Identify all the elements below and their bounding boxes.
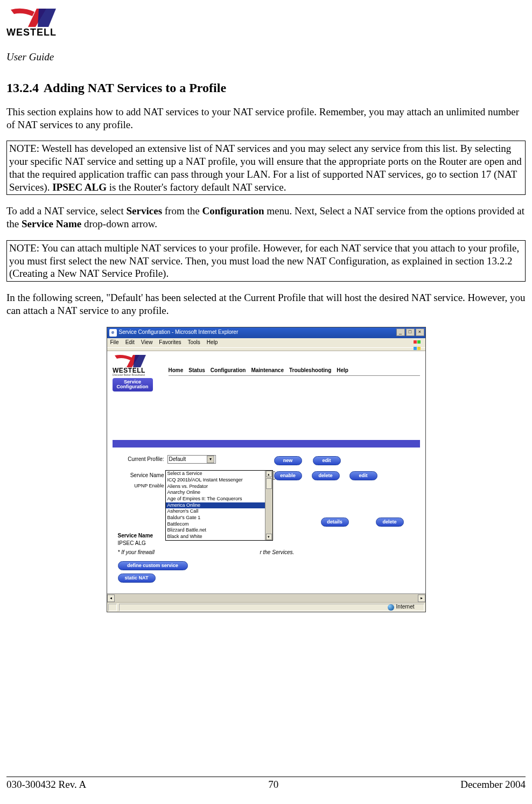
router-nav: Home Status Configuration Maintenance Tr… — [169, 367, 420, 376]
window-title: Service Configuration - Microsoft Intern… — [119, 329, 239, 336]
footer-pagenum: 70 — [268, 778, 278, 791]
browser-statusbar: Internet — [107, 602, 425, 612]
service-name-dropdown-list[interactable]: Select a Service ICQ 2001b/AOL Instant M… — [165, 470, 273, 541]
service-configuration-tab[interactable]: Service Configuration — [113, 378, 153, 392]
current-profile-select[interactable]: Default ▾ — [167, 455, 216, 464]
nav-status[interactable]: Status — [188, 367, 205, 374]
details-button[interactable]: details — [321, 518, 349, 527]
ie-icon: e — [109, 329, 117, 337]
page-footer: 030-300432 Rev. A 70 December 2004 — [6, 777, 526, 791]
note-box-1: NOTE: Westell has developed an extensive… — [6, 141, 526, 195]
delete-service-button[interactable]: delete — [312, 471, 340, 480]
scroll-up-icon[interactable]: ▴ — [266, 471, 272, 477]
svg-text:Discover Better Broadband: Discover Better Broadband — [113, 373, 145, 376]
instruction-paragraph: To add a NAT service, select Services fr… — [6, 205, 526, 230]
service-name-label: Service Name — [118, 472, 167, 479]
internet-zone-label: Internet — [396, 604, 415, 611]
doc-type-label: User Guide — [6, 51, 526, 64]
intro-paragraph: This section explains how to add NAT ser… — [6, 106, 526, 131]
heading-number: 13.2.4 — [6, 81, 39, 95]
ipsec-alg-row: IPSEC ALG — [118, 540, 415, 547]
window-titlebar: e Service Configuration - Microsoft Inte… — [107, 327, 425, 338]
westell-logo-small: WESTELL Discover Better Broadband — [113, 354, 161, 376]
menu-help[interactable]: Help — [207, 339, 218, 346]
upnp-enable-label: UPNP Enable — [118, 483, 167, 489]
nav-configuration[interactable]: Configuration — [211, 367, 246, 374]
list-item[interactable]: Select a Service — [166, 471, 272, 477]
scroll-thumb[interactable] — [266, 478, 272, 489]
nav-maintenance[interactable]: Maintenance — [251, 367, 284, 374]
list-item[interactable]: Anarchy Online — [166, 490, 272, 496]
minimize-button[interactable]: _ — [396, 328, 405, 336]
service-config-panel: new edit enable delete edit Current Prof… — [113, 440, 420, 591]
list-item[interactable]: Baldur's Gate 1 — [166, 515, 272, 521]
section-heading: 13.2.4 Adding NAT Services to a Profile — [6, 80, 526, 96]
list-item[interactable]: ICQ 2001b/AOL Instant Messenger — [166, 477, 272, 484]
menu-file[interactable]: File — [110, 339, 119, 346]
list-item-selected[interactable]: America Online — [166, 502, 272, 509]
new-button[interactable]: new — [274, 456, 302, 465]
nav-home[interactable]: Home — [169, 367, 184, 374]
menu-favorites[interactable]: Favorites — [159, 339, 181, 346]
delete-row-button[interactable]: delete — [376, 518, 404, 527]
browser-menubar: File Edit View Favorites Tools Help — [107, 338, 425, 348]
list-item[interactable]: Black and White — [166, 534, 272, 540]
note-box-2: NOTE: You can attach multiple NAT servic… — [6, 240, 526, 282]
windows-flag-icon — [414, 339, 423, 346]
nav-help[interactable]: Help — [337, 367, 348, 374]
list-item[interactable]: Age of Empires II: The Conquerors — [166, 496, 272, 502]
edit-profile-button[interactable]: edit — [313, 456, 341, 465]
footer-date: December 2004 — [460, 778, 526, 791]
list-item[interactable]: Asheron's Call — [166, 508, 272, 515]
menu-view[interactable]: View — [141, 339, 153, 346]
current-profile-label: Current Profile: — [118, 456, 167, 463]
static-nat-button[interactable]: static NAT — [118, 574, 156, 583]
dropdown-scrollbar[interactable]: ▴ ▾ — [265, 471, 272, 540]
status-pane-icon — [108, 604, 117, 611]
screen-context-paragraph: In the following screen, "Default' has b… — [6, 291, 526, 317]
chevron-down-icon: ▾ — [207, 456, 214, 463]
menu-tools[interactable]: Tools — [187, 339, 200, 346]
list-item[interactable]: Aliens vs. Predator — [166, 484, 272, 490]
define-custom-service-button[interactable]: define custom service — [118, 561, 188, 570]
heading-title: Adding NAT Services to a Profile — [44, 81, 226, 95]
list-item[interactable]: Battlecom — [166, 521, 272, 528]
internet-zone-icon — [388, 604, 394, 611]
svg-text:WESTELL: WESTELL — [6, 27, 57, 38]
service-name-header: Service Name — [118, 533, 167, 540]
footer-docnum: 030-300432 Rev. A — [6, 778, 86, 791]
menu-edit[interactable]: Edit — [125, 339, 135, 346]
westell-logo: WESTELL — [6, 8, 526, 52]
list-item[interactable]: Blizzard Battle.net — [166, 527, 272, 534]
firewall-note: * If your firewall r the Services. — [118, 549, 415, 556]
scroll-right-icon[interactable]: ▸ — [418, 595, 425, 602]
scroll-down-icon[interactable]: ▾ — [266, 534, 272, 540]
nav-troubleshooting[interactable]: Troubleshooting — [289, 367, 331, 374]
edit-service-button[interactable]: edit — [349, 471, 377, 480]
scroll-left-icon[interactable]: ◂ — [107, 595, 115, 602]
close-button[interactable]: × — [416, 328, 424, 336]
horizontal-scrollbar[interactable]: ◂ ▸ — [107, 593, 425, 602]
enable-button[interactable]: enable — [274, 471, 302, 480]
embedded-screenshot: e Service Configuration - Microsoft Inte… — [107, 327, 426, 613]
maximize-button[interactable]: □ — [406, 328, 415, 336]
